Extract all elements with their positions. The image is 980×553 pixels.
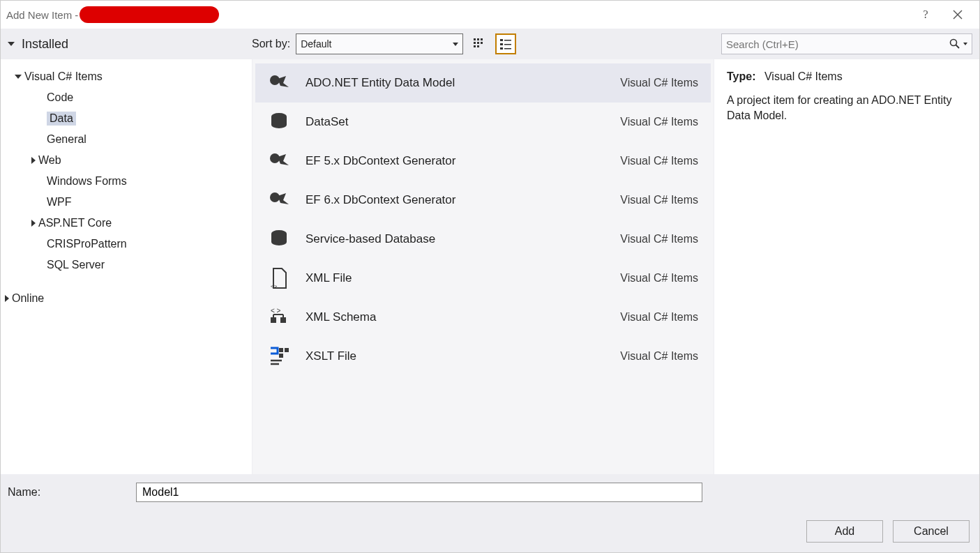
edm-icon [265, 147, 293, 175]
tree-item[interactable]: Data [1, 108, 252, 129]
sortby-value: Default [301, 38, 331, 50]
svg-rect-31 [285, 348, 289, 352]
svg-rect-3 [477, 38, 479, 40]
tree-root[interactable]: Visual C# Items [1, 66, 252, 87]
tree-item[interactable]: CRISProPattern [1, 234, 252, 255]
svg-rect-15 [504, 48, 511, 50]
tree-item-label: General [47, 133, 86, 146]
template-item[interactable]: EF 5.x DbContext GeneratorVisual C# Item… [255, 142, 711, 181]
template-item-category: Visual C# Items [620, 311, 701, 324]
tree-item-label: Web [38, 154, 61, 167]
collapse-icon [15, 75, 22, 79]
template-item-name: ADO.NET Entity Data Model [306, 76, 608, 90]
xmlf-icon: <> [265, 264, 293, 292]
tree-item[interactable]: ASP.NET Core [1, 213, 252, 234]
template-list: ADO.NET Entity Data ModelVisual C# Items… [252, 59, 714, 474]
tree-item-label: SQL Server [47, 259, 105, 271]
db-icon [265, 225, 293, 253]
template-item-category: Visual C# Items [620, 233, 701, 245]
tree-item-label: Code [47, 91, 73, 104]
svg-rect-32 [279, 354, 283, 358]
tree-item[interactable]: General [1, 129, 252, 150]
template-item[interactable]: DataSetVisual C# Items [255, 103, 711, 142]
tree-item-label: Windows Forms [47, 175, 127, 188]
tree-item[interactable]: WPF [1, 192, 252, 213]
template-item-category: Visual C# Items [620, 116, 701, 128]
tree-online[interactable]: Online [1, 288, 252, 309]
chevron-down-icon [963, 43, 967, 45]
template-item[interactable]: XSLT FileVisual C# Items [255, 337, 711, 376]
titlebar: Add New Item - ? [1, 1, 979, 29]
sortby-combo[interactable]: Default [296, 33, 463, 54]
search-input[interactable] [726, 38, 949, 50]
svg-line-17 [956, 45, 960, 49]
expand-icon [31, 157, 36, 164]
search-icon [949, 38, 960, 50]
template-item[interactable]: <>XML FileVisual C# Items [255, 259, 711, 298]
view-large-icons-button[interactable] [469, 33, 490, 54]
svg-rect-13 [504, 44, 511, 45]
detail-type-value: Visual C# Items [764, 70, 843, 82]
detail-type-label: Type: [727, 70, 755, 82]
template-item[interactable]: EF 6.x DbContext GeneratorVisual C# Item… [255, 181, 711, 220]
cancel-button[interactable]: Cancel [893, 520, 970, 543]
view-details-button[interactable] [495, 33, 516, 54]
close-icon [953, 10, 963, 20]
chevron-down-icon [453, 43, 458, 46]
template-item[interactable]: ADO.NET Entity Data ModelVisual C# Items [255, 63, 711, 103]
tree-item-label: CRISProPattern [47, 238, 127, 250]
template-item[interactable]: < >XML SchemaVisual C# Items [255, 298, 711, 337]
detail-type-row: Type: Visual C# Items [727, 70, 967, 83]
template-item-category: Visual C# Items [620, 272, 701, 285]
tree-root-label: Visual C# Items [24, 70, 103, 83]
tree-item-label: WPF [47, 196, 72, 209]
tree-item[interactable]: Web [1, 150, 252, 171]
edm-icon [265, 69, 293, 97]
name-label: Name: [8, 486, 126, 499]
svg-rect-2 [474, 38, 476, 40]
svg-rect-5 [474, 42, 476, 44]
sortby-label: Sort by: [252, 38, 290, 50]
template-item-category: Visual C# Items [620, 77, 701, 89]
svg-rect-11 [504, 40, 511, 41]
close-button[interactable] [942, 3, 974, 26]
template-item-name: Service-based Database [306, 232, 608, 246]
svg-rect-9 [477, 45, 479, 47]
large-icons-icon [472, 37, 486, 51]
xsd-icon: < > [265, 303, 293, 331]
expand-icon [31, 220, 36, 227]
tree-online-label: Online [12, 292, 44, 305]
installed-collapse-icon[interactable] [8, 42, 15, 46]
detail-description: A project item for creating an ADO.NET E… [727, 93, 967, 124]
svg-text:< >: < > [271, 307, 281, 315]
expand-icon [5, 295, 9, 302]
help-button[interactable]: ? [910, 3, 942, 26]
search-box[interactable] [721, 33, 972, 54]
footer: Name: Add Cancel [1, 474, 979, 552]
installed-heading[interactable]: Installed [22, 37, 68, 52]
details-list-icon [499, 37, 513, 51]
svg-rect-26 [280, 317, 286, 323]
template-item[interactable]: Service-based DatabaseVisual C# Items [255, 220, 711, 259]
template-item-name: XSLT File [306, 349, 608, 363]
svg-rect-25 [271, 317, 276, 323]
category-tree: Visual C# Items CodeDataGeneralWebWindow… [1, 59, 252, 474]
redaction-mark [80, 6, 219, 23]
tree-item-label: ASP.NET Core [38, 217, 112, 229]
tree-item-label: Data [47, 112, 76, 126]
svg-rect-30 [279, 348, 283, 352]
svg-rect-10 [500, 39, 503, 41]
template-item-name: DataSet [306, 115, 608, 129]
add-button[interactable]: Add [806, 520, 883, 543]
template-item-name: EF 6.x DbContext Generator [306, 193, 608, 207]
svg-rect-14 [500, 47, 503, 50]
xslt-icon [265, 342, 293, 370]
tree-item[interactable]: Code [1, 87, 252, 108]
svg-text:<>: <> [271, 283, 278, 289]
tree-item[interactable]: SQL Server [1, 255, 252, 275]
template-item-name: XML File [306, 271, 608, 285]
svg-point-16 [951, 40, 957, 46]
template-item-name: XML Schema [306, 310, 608, 324]
name-input[interactable] [136, 483, 702, 502]
tree-item[interactable]: Windows Forms [1, 171, 252, 192]
